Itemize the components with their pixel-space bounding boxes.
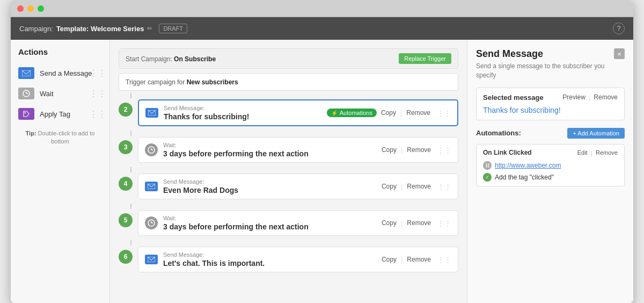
step-5: 5 Wait: 3 days before performing [119, 210, 458, 236]
tip-label: Tip: [26, 130, 36, 136]
drag-handle: ⋮⋮ [89, 109, 106, 119]
step-3-label: Wait: [163, 142, 378, 148]
tag-action-text: Add the tag "clicked" [495, 174, 554, 181]
step-number-5: 5 [119, 213, 133, 227]
separator: | [589, 93, 590, 102]
help-button[interactable]: ? [613, 23, 625, 34]
step-2-label: Send Message: [164, 105, 327, 111]
window-controls [17, 5, 44, 12]
step-card-6[interactable]: Send Message: Let's chat. This is import… [138, 247, 458, 272]
edit-icon[interactable]: ✏ [147, 25, 152, 32]
envelope-step-icon-6 [145, 255, 158, 264]
step-2-remove-button[interactable]: Remove [403, 108, 434, 118]
step-number-2: 2 [119, 103, 133, 117]
step-2-copy-button[interactable]: Copy [378, 108, 399, 118]
checkmark-icon: ✓ [483, 173, 492, 182]
start-campaign-card: Start Campaign: On Subscribe Replace Tri… [119, 48, 458, 69]
step-6-title: Let's chat. This is important. [163, 259, 378, 268]
step-card-2[interactable]: Send Message: Thanks for subscribing! Au… [138, 99, 458, 126]
trigger-target: New subscribers [187, 78, 238, 86]
envelope-step-icon [145, 108, 158, 118]
wait-icon [18, 88, 34, 99]
step-4-copy-button[interactable]: Copy [378, 182, 400, 191]
tag-icon [18, 108, 34, 120]
step-3-title: 3 days before performing the next action [163, 149, 378, 158]
envelope-step-icon-4 [145, 182, 158, 191]
selected-message-box: Selected message Preview | Remove Thanks… [476, 88, 625, 120]
step-2-title: Thanks for subscribing! [164, 112, 327, 121]
step-5-remove-button[interactable]: Remove [404, 218, 434, 228]
step-number-4: 4 [119, 177, 133, 191]
step-4-remove-button[interactable]: Remove [404, 182, 434, 191]
automation-link-row: ⛓ http://www.aweber.com [483, 161, 618, 170]
replace-trigger-button[interactable]: Replace Trigger [399, 53, 451, 64]
envelope-icon [18, 67, 34, 79]
link-icon: ⛓ [483, 161, 492, 170]
automation-remove-button[interactable]: Remove [596, 149, 618, 156]
selected-message-label: Selected message [483, 93, 544, 102]
drag-handle: ⋮⋮ [89, 68, 106, 78]
step-4-title: Even More Rad Dogs [163, 186, 378, 194]
step-4: 4 Send Message: Even More Rad Dogs [119, 174, 458, 199]
selected-message-link[interactable]: Thanks for subscribing! [483, 106, 561, 114]
step-card-5[interactable]: Wait: 3 days before performing the next … [138, 210, 458, 236]
minimize-dot[interactable] [27, 5, 34, 12]
step-3-copy-button[interactable]: Copy [378, 145, 400, 155]
step-card-4[interactable]: Send Message: Even More Rad Dogs Copy | … [138, 174, 458, 199]
step-6-label: Send Message: [163, 251, 378, 258]
automations-label: Automations: [476, 129, 521, 137]
draft-badge: DRAFT [159, 24, 187, 33]
maximize-dot[interactable] [38, 5, 44, 12]
step-4-label: Send Message: [163, 178, 378, 185]
start-label: Start Campaign: On Subscribe [126, 55, 216, 63]
automation-edit-button[interactable]: Edit [577, 149, 588, 156]
wait-step-icon [145, 143, 158, 156]
panel-title: Send Message [476, 48, 543, 60]
preview-button[interactable]: Preview [562, 93, 586, 101]
trigger-description: Trigger campaign for New subscribers [126, 76, 238, 86]
step-5-copy-button[interactable]: Copy [378, 218, 400, 228]
campaign-prefix: Campaign: [19, 25, 53, 33]
sidebar-item-apply-tag[interactable]: Apply Tag ⋮⋮ [11, 104, 109, 124]
sidebar-item-wait[interactable]: Wait ⋮⋮ [11, 83, 109, 104]
close-panel-button[interactable]: × [614, 48, 625, 59]
remove-message-button[interactable]: Remove [594, 93, 618, 101]
automations-section: Automations: + Add Automation On Link Cl… [476, 128, 625, 186]
main-content: Actions Send a Message ⋮⋮ [11, 40, 633, 303]
automation-item: On Link Clicked Edit | Remove ⛓ http://w… [476, 144, 625, 186]
right-panel: Send Message × Send a single message to … [467, 40, 633, 303]
add-automation-button[interactable]: + Add Automation [567, 128, 625, 139]
wait-step-icon-5 [145, 217, 158, 229]
step-6: 6 Send Message: Let's chat. This is impo… [119, 247, 458, 272]
app-header: Campaign: Template: Welcome Series ✏ DRA… [11, 17, 633, 40]
tip: Tip: Double-click to add to bottom [11, 124, 109, 146]
panel-subtitle: Send a single message to the subscriber … [476, 62, 625, 80]
automations-badge[interactable]: Automations [327, 109, 377, 117]
step-6-copy-button[interactable]: Copy [378, 255, 400, 264]
automation-item-title: On Link Clicked [483, 149, 532, 156]
step-6-remove-button[interactable]: Remove [404, 255, 434, 264]
tip-content: Double-click to add to bottom [36, 130, 95, 145]
step-5-label: Wait: [163, 215, 378, 221]
titlebar [11, 0, 633, 17]
drag-handle: ⋮⋮ [89, 89, 106, 99]
automation-link[interactable]: http://www.aweber.com [495, 162, 561, 169]
svg-point-4 [25, 112, 26, 113]
close-dot[interactable] [17, 5, 24, 12]
step-card-3[interactable]: Wait: 3 days before performing the next … [138, 137, 458, 163]
step-3: 3 Wait: 3 days before performing [119, 137, 458, 163]
sidebar-item-send-message[interactable]: Send a Message ⋮⋮ [11, 63, 109, 83]
step-2: 2 Send Message: Thanks for subscribing! [119, 99, 458, 126]
campaign-name: Template: Welcome Series [56, 25, 144, 33]
automation-tag-row: ✓ Add the tag "clicked" [483, 173, 618, 182]
step-number-6: 6 [119, 250, 133, 264]
sidebar-title: Actions [11, 47, 109, 63]
step-5-title: 3 days before performing the next action [163, 222, 378, 231]
step-number-3: 3 [119, 140, 133, 154]
sidebar: Actions Send a Message ⋮⋮ [11, 40, 110, 303]
start-trigger: On Subscribe [174, 55, 216, 63]
workflow-content: Start Campaign: On Subscribe Replace Tri… [110, 40, 467, 303]
step-3-remove-button[interactable]: Remove [404, 145, 434, 155]
